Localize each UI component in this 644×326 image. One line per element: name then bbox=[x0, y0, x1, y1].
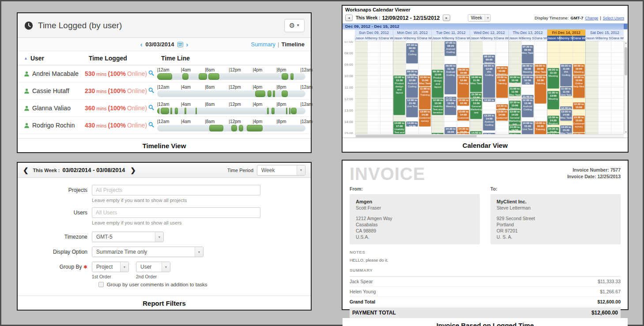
next-week-button[interactable]: ❯ bbox=[130, 166, 136, 174]
calendar-event[interactable]: 13:20 to14:50Android Coding bbox=[483, 114, 495, 131]
calendar-event[interactable]: 09:10 to10:00Meeting bbox=[496, 66, 508, 75]
summary-view-link[interactable]: Summary bbox=[251, 41, 275, 48]
calendar-event[interactable]: 14:50 to16:10General Marketing test bbox=[470, 131, 482, 134]
user-column-header[interactable]: Dana Whitney bbox=[611, 36, 624, 41]
calendar-event[interactable]: 11:00 to11:50Unit Test bbox=[560, 87, 572, 96]
calendar-event[interactable]: 10:00 to12:00Online help files bbox=[573, 75, 585, 98]
calendar-event[interactable]: 14:00 to16:00Training bbox=[535, 121, 546, 134]
calendar-event[interactable]: 11:00 to13:00Training bbox=[419, 87, 431, 109]
projects-input[interactable] bbox=[92, 185, 260, 195]
vertical-scrollbar[interactable]: ▲ ▼ bbox=[624, 41, 628, 134]
user-column-header[interactable]: Jason Myers bbox=[547, 36, 560, 41]
calendar-event[interactable]: 13:00 to14:00Misc Task bbox=[560, 110, 572, 121]
calendar-event[interactable]: 12:00 to13:40Android Coding bbox=[522, 98, 534, 117]
calendar-event[interactable]: 07:20 to09:00Misc Task bbox=[522, 45, 534, 64]
calendar-event[interactable]: 10:00 to10:50IPA Coding bbox=[522, 75, 534, 85]
day-header[interactable]: Mon Dec 10, 2012 bbox=[393, 30, 431, 36]
calendar-event[interactable]: 11:20 to13:00Meeting bbox=[547, 91, 559, 109]
day-header[interactable]: Fri Dec 14, 2012 bbox=[547, 30, 585, 36]
group-by-second-select[interactable]: User ▼ bbox=[136, 262, 170, 272]
next-day-button[interactable]: › bbox=[186, 41, 188, 48]
group-comments-checkbox[interactable] bbox=[98, 282, 104, 287]
scrollbar-thumb[interactable] bbox=[625, 47, 627, 75]
calendar-event[interactable]: 13:00 to14:00Customer survey bbox=[457, 110, 469, 121]
calendar-event[interactable]: 12:10 to13:00Meeting bbox=[509, 101, 521, 110]
calendar-event[interactable]: 13:30 to15:00Customer survey bbox=[573, 116, 585, 132]
calendar-event[interactable]: 11:00 to11:50Misc Task bbox=[509, 87, 521, 96]
calendar-event[interactable]: 09:00 to10:00Meeting bbox=[522, 64, 534, 75]
horizontal-scrollbar[interactable] bbox=[355, 134, 624, 138]
calendar-event[interactable]: 14:30 to16:00Unit Test bbox=[444, 127, 456, 134]
calendar-event[interactable]: 11:30 to12:00Meeting bbox=[470, 93, 482, 98]
settings-dropdown-button[interactable]: ⚙ ▼ bbox=[284, 19, 305, 32]
calendar-event[interactable]: 12:00 to12:20 bbox=[483, 98, 495, 102]
calendar-event[interactable]: 09:00 to10:00Misc Task bbox=[535, 64, 546, 75]
user-column-header[interactable]: Benny Strose bbox=[444, 36, 457, 41]
calendar-event[interactable]: 09:00 to11:00IPA Coding bbox=[560, 64, 572, 86]
calendar-event[interactable]: 12:30 to13:00Misc Task bbox=[496, 104, 508, 109]
calendar-event[interactable]: 14:20 to15:20Misc Task bbox=[560, 125, 572, 134]
column-header-user[interactable]: User bbox=[30, 55, 89, 62]
calendar-event[interactable]: 07:00 to08:20Android Coding bbox=[444, 41, 456, 56]
calendar-event[interactable]: 12:00 to13:30Meeting bbox=[444, 98, 456, 115]
calendar-event[interactable]: 13:00 to14:20General Marketing test bbox=[509, 110, 521, 125]
calendar-event[interactable]: 14:00 to14:30Android bbox=[406, 121, 418, 127]
calendar-event[interactable]: 10:00 to12:00Android Coding bbox=[406, 75, 418, 98]
time-period-select[interactable]: Week ▼ bbox=[257, 165, 305, 176]
calendar-event[interactable]: 10:00 to12:00Training bbox=[496, 75, 508, 98]
prev-week-button[interactable]: ◄ bbox=[345, 15, 353, 21]
calendar-event[interactable]: 09:20 to10:00Misc Task bbox=[457, 68, 469, 75]
calendar-event[interactable]: 09:30 to12:00Product design and layout bbox=[432, 70, 444, 98]
user-column-header[interactable]: Benny Strose bbox=[598, 36, 611, 41]
day-header[interactable]: Wed Dec 12, 2012 bbox=[470, 30, 508, 36]
user-column-header[interactable]: Dana Whitney bbox=[534, 36, 547, 41]
scrollbar-thumb[interactable] bbox=[356, 135, 477, 137]
calendar-event[interactable]: 12:40 to13:00 bbox=[560, 106, 572, 110]
calendar-event[interactable]: 08:10 to09:00Meeting bbox=[483, 55, 495, 64]
calendar-event[interactable]: 09:30 to10:00IPA Coding bbox=[406, 70, 418, 75]
display-option-select[interactable]: Summarize Time only ▼ bbox=[92, 247, 203, 257]
scroll-up-icon[interactable]: ▲ bbox=[624, 41, 628, 45]
user-column-header[interactable]: Benny Strose bbox=[406, 36, 419, 41]
calendar-event[interactable]: 12:00 to13:40Unit Test bbox=[406, 98, 418, 117]
group-by-first-select[interactable]: Project ▼ bbox=[92, 262, 129, 272]
calendar-event[interactable]: 10:00 to11:30Misc Task bbox=[470, 75, 482, 92]
timeline-view-link[interactable]: Timeline bbox=[281, 41, 305, 48]
calendar-event[interactable]: 10:00 to11:00Misc Task bbox=[419, 75, 431, 86]
calendar-event[interactable]: 12:20 to13:00Online help files bbox=[573, 102, 585, 109]
user-column-header[interactable]: Jason Myers bbox=[470, 36, 483, 41]
calendar-event[interactable]: 13:00 to14:00Customer survey bbox=[496, 110, 508, 121]
magnifier-icon[interactable] bbox=[148, 70, 154, 76]
prev-day-button[interactable]: ‹ bbox=[140, 41, 143, 48]
user-column-header[interactable]: Jason Myers bbox=[393, 36, 406, 41]
calendar-event[interactable]: 14:00 to17:00Usability Test and Iteratio… bbox=[393, 121, 405, 134]
calendar-event[interactable]: 10:00 to12:00Training bbox=[457, 75, 469, 98]
user-column-header[interactable]: Dana Whitney bbox=[572, 36, 585, 41]
day-header[interactable]: Tue Dec 11, 2012 bbox=[431, 30, 470, 36]
calendar-event[interactable]: 13:00 to14:30Customer survey bbox=[419, 110, 431, 127]
user-column-header[interactable]: Benny Strose bbox=[483, 36, 496, 41]
magnifier-icon[interactable] bbox=[148, 87, 154, 93]
day-header[interactable]: Thu Dec 13, 2012 bbox=[508, 30, 547, 36]
next-week-button[interactable]: ► bbox=[443, 15, 450, 21]
day-header[interactable]: Sun Dec 09, 2012 bbox=[355, 30, 393, 36]
user-column-header[interactable]: Dana Whitney bbox=[457, 36, 470, 41]
calendar-event[interactable]: 12:00 to13:50General Marketing test bbox=[470, 98, 482, 119]
user-column-header[interactable]: Benny Strose bbox=[560, 36, 572, 41]
calendar-event[interactable]: 14:30 to15:00Product design and layout bbox=[547, 127, 559, 132]
calendar-event[interactable]: 09:00 to11:40Android Coding bbox=[444, 64, 456, 94]
change-timezone-link[interactable]: Change bbox=[585, 16, 599, 20]
view-mode-select[interactable]: Week ▼ bbox=[468, 14, 491, 22]
user-column-header[interactable]: Jason Myers bbox=[508, 36, 521, 41]
scroll-down-icon[interactable]: ▼ bbox=[624, 130, 628, 134]
user-column-header[interactable]: Jason Myers bbox=[585, 36, 598, 41]
user-column-header[interactable]: Benny Strose bbox=[368, 36, 380, 41]
calendar-event[interactable]: 14:00 to15:20Unit Test bbox=[522, 121, 534, 134]
calendar-event[interactable]: 10:00 to13:30Product design and layout bbox=[393, 75, 405, 115]
calendar-event[interactable]: 09:20 to11:10Meeting bbox=[547, 68, 559, 89]
column-header-time-logged[interactable]: Time Logged bbox=[89, 55, 161, 62]
sort-ascending-icon[interactable]: ▲ bbox=[24, 56, 28, 60]
calendar-event[interactable]: 13:30 to14:20Product design and layout bbox=[547, 116, 559, 125]
calendar-icon[interactable] bbox=[177, 42, 183, 47]
calendar-event[interactable]: 10:00 to10:40Misc Task bbox=[509, 75, 521, 82]
